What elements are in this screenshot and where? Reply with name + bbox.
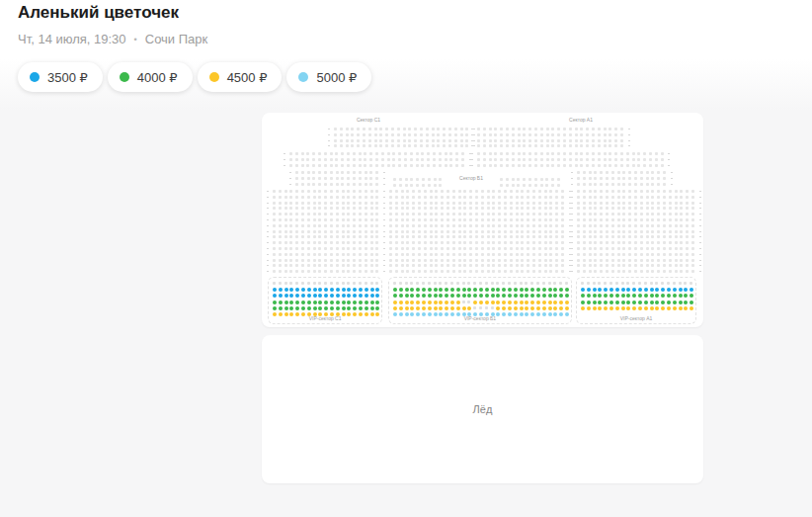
- seat-green[interactable]: [273, 306, 277, 310]
- seat-yellow[interactable]: [673, 306, 677, 310]
- seat-green[interactable]: [353, 306, 357, 310]
- seat-yellow[interactable]: [536, 306, 540, 310]
- seat-yellow[interactable]: [405, 301, 409, 304]
- seat-yellow[interactable]: [450, 301, 454, 304]
- price-filter-chip[interactable]: 5000 ₽: [286, 62, 371, 92]
- seat-green[interactable]: [324, 301, 328, 304]
- seat-green[interactable]: [514, 288, 518, 292]
- seat-yellow[interactable]: [621, 306, 625, 310]
- seat-cyan[interactable]: [428, 312, 432, 316]
- seat-cyan[interactable]: [405, 312, 409, 316]
- seat-yellow[interactable]: [667, 306, 671, 310]
- seat-yellow[interactable]: [632, 306, 636, 310]
- seat-green[interactable]: [324, 306, 328, 310]
- seat-green[interactable]: [313, 301, 317, 304]
- seat-cyan[interactable]: [565, 312, 569, 316]
- seat-yellow[interactable]: [548, 306, 552, 310]
- seat-green[interactable]: [295, 306, 299, 310]
- seat-green[interactable]: [587, 301, 591, 304]
- seat-yellow[interactable]: [661, 306, 665, 310]
- seat-blue[interactable]: [644, 288, 648, 292]
- seat-yellow[interactable]: [587, 306, 591, 310]
- seat-green[interactable]: [279, 301, 283, 304]
- seat-green[interactable]: [638, 301, 642, 304]
- seat-yellow[interactable]: [284, 312, 288, 316]
- seat-blue[interactable]: [587, 288, 591, 292]
- seat-yellow[interactable]: [434, 301, 438, 304]
- seat-yellow[interactable]: [644, 306, 648, 310]
- seat-yellow[interactable]: [514, 306, 518, 310]
- seat-green[interactable]: [548, 288, 552, 292]
- seat-yellow[interactable]: [301, 312, 305, 316]
- seat-blue[interactable]: [365, 288, 368, 292]
- seat-yellow[interactable]: [559, 306, 563, 310]
- seat-yellow[interactable]: [520, 306, 524, 310]
- seat-yellow[interactable]: [502, 306, 506, 310]
- seat-green[interactable]: [428, 288, 432, 292]
- seat-green[interactable]: [690, 301, 693, 304]
- seat-yellow[interactable]: [508, 301, 512, 304]
- seat-cyan[interactable]: [393, 312, 397, 316]
- seat-yellow[interactable]: [416, 301, 420, 304]
- seat-green[interactable]: [307, 306, 311, 310]
- seat-blue[interactable]: [284, 288, 288, 292]
- seat-green[interactable]: [301, 301, 305, 304]
- seat-yellow[interactable]: [393, 301, 397, 304]
- seat-green[interactable]: [301, 306, 305, 310]
- seat-green[interactable]: [353, 301, 357, 304]
- seat-yellow[interactable]: [604, 306, 608, 310]
- seat-yellow[interactable]: [565, 301, 569, 304]
- seat-blue[interactable]: [650, 288, 654, 292]
- seat-green[interactable]: [462, 288, 466, 292]
- seat-green[interactable]: [365, 301, 368, 304]
- seat-cyan[interactable]: [508, 312, 512, 316]
- seat-blue[interactable]: [342, 288, 346, 292]
- seat-green[interactable]: [279, 306, 283, 310]
- seat-green[interactable]: [359, 301, 363, 304]
- seat-green[interactable]: [295, 301, 299, 304]
- seat-yellow[interactable]: [422, 306, 426, 310]
- seat-blue[interactable]: [679, 288, 683, 292]
- seat-yellow[interactable]: [559, 301, 563, 304]
- seat-yellow[interactable]: [450, 306, 454, 310]
- seat-blue[interactable]: [336, 288, 340, 292]
- seat-blue[interactable]: [307, 288, 311, 292]
- seat-yellow[interactable]: [428, 306, 432, 310]
- seat-yellow[interactable]: [565, 306, 569, 310]
- seat-yellow[interactable]: [365, 312, 368, 316]
- seat-green[interactable]: [359, 306, 363, 310]
- seat-green[interactable]: [370, 306, 374, 310]
- seat-blue[interactable]: [673, 288, 677, 292]
- seat-green[interactable]: [342, 306, 346, 310]
- seat-green[interactable]: [542, 288, 546, 292]
- seat-green[interactable]: [679, 301, 683, 304]
- seat-yellow[interactable]: [502, 301, 506, 304]
- seat-cyan[interactable]: [456, 312, 460, 316]
- seat-cyan[interactable]: [514, 312, 518, 316]
- seat-yellow[interactable]: [462, 306, 466, 310]
- seat-green[interactable]: [273, 301, 277, 304]
- seat-yellow[interactable]: [508, 306, 512, 310]
- seat-yellow[interactable]: [479, 301, 483, 304]
- seat-cyan[interactable]: [520, 312, 524, 316]
- seat-yellow[interactable]: [456, 306, 460, 310]
- seat-yellow[interactable]: [581, 306, 585, 310]
- seat-yellow[interactable]: [485, 301, 489, 304]
- seat-green[interactable]: [650, 301, 654, 304]
- seat-yellow[interactable]: [548, 301, 552, 304]
- seat-yellow[interactable]: [690, 306, 693, 310]
- seat-green[interactable]: [491, 288, 495, 292]
- seat-yellow[interactable]: [615, 306, 619, 310]
- seat-yellow[interactable]: [359, 312, 363, 316]
- seat-green[interactable]: [485, 288, 489, 292]
- seat-yellow[interactable]: [393, 306, 397, 310]
- seat-green[interactable]: [336, 301, 340, 304]
- seat-blue[interactable]: [279, 288, 283, 292]
- seat-yellow[interactable]: [520, 301, 524, 304]
- seat-green[interactable]: [399, 288, 403, 292]
- seat-cyan[interactable]: [422, 312, 426, 316]
- seat-yellow[interactable]: [416, 306, 420, 310]
- seat-green[interactable]: [661, 301, 665, 304]
- seat-green[interactable]: [342, 301, 346, 304]
- price-filter-chip[interactable]: 4500 ₽: [198, 62, 283, 92]
